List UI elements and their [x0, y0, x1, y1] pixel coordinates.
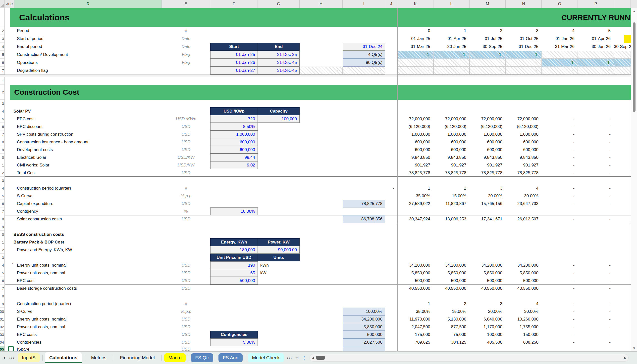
cell-I6[interactable]: 80 Qtr(s): [343, 59, 385, 66]
row-header-99[interactable]: 9: [0, 300, 5, 308]
cell-O96[interactable]: -: [542, 277, 578, 284]
cell-G5[interactable]: 31-Dec-25: [258, 51, 300, 59]
cell-K5[interactable]: 1: [397, 51, 434, 59]
row-header-1[interactable]: [0, 8, 5, 27]
cell-K7[interactable]: -: [397, 66, 434, 74]
cell-D2[interactable]: Period: [5, 27, 162, 35]
cell-D76[interactable]: EPC discount: [5, 123, 162, 130]
cell-M81[interactable]: 901,927: [470, 161, 506, 169]
cell-G7[interactable]: 31-Dec-45: [258, 66, 300, 74]
cell-L75[interactable]: 72,000,000: [434, 115, 470, 123]
scroll-right-icon[interactable]: ▶: [624, 356, 626, 360]
more-sheets-right-icon[interactable]: •••: [287, 356, 292, 360]
cell-D97[interactable]: Base storage construction costs: [5, 284, 162, 292]
more-sheets-left-icon[interactable]: •••: [9, 356, 15, 360]
cell-Q7[interactable]: [614, 66, 631, 74]
row-header-104[interactable]: 04: [0, 338, 5, 346]
cell-L6[interactable]: -: [434, 59, 470, 66]
cell-D104[interactable]: Contigencies: [5, 338, 162, 346]
cell-L3[interactable]: 01-Apr-25: [434, 35, 470, 43]
cell-I5[interactable]: 4 Qtr(s): [343, 51, 385, 59]
cell-F81[interactable]: 9.02: [210, 161, 258, 169]
cell-M95[interactable]: 5,850,000: [470, 269, 506, 277]
cell-D77[interactable]: SPV costs during construction: [5, 130, 162, 138]
cell-N75[interactable]: 72,000,000: [506, 115, 542, 123]
cell-N104[interactable]: 608,250: [506, 338, 542, 346]
cell-I4[interactable]: 31-Dec-24: [343, 43, 385, 51]
cell-I86[interactable]: 78,825,778: [343, 200, 385, 208]
cell-E5[interactable]: Flag: [162, 51, 210, 59]
cell-F6[interactable]: 01-Jan-26: [210, 59, 258, 66]
cell-K3[interactable]: 01-Jan-25: [397, 35, 434, 43]
tab-macro[interactable]: Macro: [164, 353, 186, 362]
row-header-71[interactable]: 1: [0, 77, 5, 85]
cell-M79[interactable]: 600,000: [470, 146, 506, 154]
cell-P104[interactable]: -: [578, 338, 614, 346]
cell-E102[interactable]: USD: [162, 323, 210, 331]
row-header-92[interactable]: 2: [0, 246, 5, 254]
cell-D75[interactable]: EPC cost: [5, 115, 162, 123]
cell-L84[interactable]: 2: [434, 184, 470, 192]
col-header-O[interactable]: O: [542, 0, 578, 8]
col-header-L[interactable]: L: [434, 0, 470, 8]
row-header-95[interactable]: 5: [0, 269, 5, 277]
cell-N102[interactable]: 1,755,000: [506, 323, 542, 331]
cell-D100[interactable]: S-Curve: [5, 308, 162, 315]
cell-D4[interactable]: End of period: [5, 43, 162, 51]
cell-E79[interactable]: USD: [162, 146, 210, 154]
cell-P86[interactable]: -: [578, 200, 614, 208]
row-header-2[interactable]: 2: [0, 27, 5, 35]
cell-O85[interactable]: -: [542, 192, 578, 200]
cell-F76[interactable]: -8.50%: [210, 123, 258, 130]
cell-E87[interactable]: %: [162, 208, 210, 215]
col-header-E[interactable]: E: [162, 0, 210, 8]
cell-G94[interactable]: kWh: [258, 262, 300, 269]
row-header-81[interactable]: 1: [0, 161, 5, 169]
cell-P85[interactable]: -: [578, 192, 614, 200]
section-banner[interactable]: Construction Cost: [10, 85, 631, 100]
cell-K77[interactable]: 1,000,000: [397, 130, 434, 138]
cell-F77[interactable]: 1,000,000: [210, 130, 258, 138]
cell-D3[interactable]: Start of period: [5, 35, 162, 43]
tab-model-check[interactable]: Model Check: [248, 353, 284, 362]
cell-G75[interactable]: 100,000: [258, 115, 300, 123]
col-header-P[interactable]: P: [578, 0, 614, 8]
cell-L5[interactable]: 1: [434, 51, 470, 59]
cell-N84[interactable]: 4: [506, 184, 542, 192]
cell-P79[interactable]: -: [578, 146, 614, 154]
cell-D74[interactable]: Solar PV: [5, 107, 162, 115]
cell-E76[interactable]: USD: [162, 123, 210, 130]
col-header-D[interactable]: D: [15, 0, 162, 8]
cell-F80[interactable]: 98.44: [210, 154, 258, 161]
row-header-98[interactable]: 8: [0, 292, 5, 300]
cell-N80[interactable]: 9,843,850: [506, 154, 542, 161]
row-header-86[interactable]: 6: [0, 200, 5, 208]
cell-E80[interactable]: USD/KW: [162, 154, 210, 161]
cell-K95[interactable]: 5,850,000: [397, 269, 434, 277]
cell-L104[interactable]: 304,125: [434, 338, 470, 346]
cell-O7[interactable]: -: [542, 66, 578, 74]
cell-N95[interactable]: 5,850,000: [506, 269, 542, 277]
cell-N3[interactable]: 01-Oct-25: [506, 35, 542, 43]
cell-P4[interactable]: 30-Jun-26: [578, 43, 614, 51]
cell-M3[interactable]: 01-Jul-25: [470, 35, 506, 43]
cell-O84[interactable]: -: [542, 184, 578, 192]
cell-G93[interactable]: Units: [258, 254, 300, 262]
cell-K86[interactable]: 27,589,022: [397, 200, 434, 208]
cell-D6[interactable]: Operations: [5, 59, 162, 66]
cell-L100[interactable]: 15.00%: [434, 308, 470, 315]
cell-M77[interactable]: 1,000,000: [470, 130, 506, 138]
row-header-97[interactable]: 7: [0, 284, 5, 292]
cell-G6[interactable]: 31-Dec-45: [258, 59, 300, 66]
cell-E78[interactable]: USD: [162, 138, 210, 146]
cell-P94[interactable]: -: [578, 262, 614, 269]
row-header-83[interactable]: 3: [0, 177, 5, 184]
cell-O77[interactable]: -: [542, 130, 578, 138]
cell-L103[interactable]: 75,000: [434, 331, 470, 338]
cell-D94[interactable]: Energy unit costs, nominal: [5, 262, 162, 269]
cell-L76[interactable]: (6,120,000): [434, 123, 470, 130]
cell-N96[interactable]: 500,000: [506, 277, 542, 284]
cell-O5[interactable]: -: [542, 51, 578, 59]
cell-E94[interactable]: USD: [162, 262, 210, 269]
cell-M6[interactable]: -: [470, 59, 506, 66]
